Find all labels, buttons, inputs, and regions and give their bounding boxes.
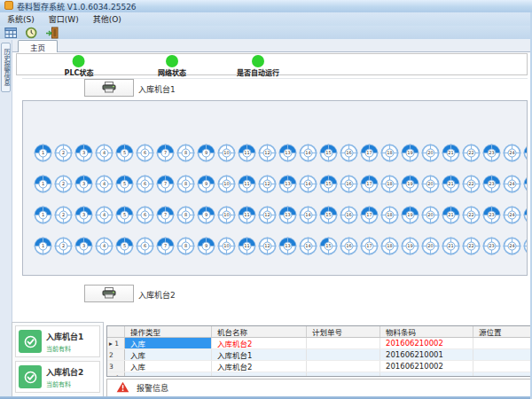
clock-icon[interactable] [23,26,40,39]
coil-slot-19: 19 [401,237,419,255]
column-header[interactable]: 计划单号 [307,326,380,337]
svg-text:12: 12 [264,243,270,248]
table-cell[interactable] [473,349,532,360]
svg-text:12: 12 [264,150,270,155]
coil-slot-16: 16 [340,206,358,224]
coil-slot-7: 7 [156,237,175,255]
table-cell[interactable] [380,372,473,377]
row-selector[interactable]: ▸ 1 [107,338,125,348]
table-row[interactable]: ▸ 4 [107,372,532,377]
column-header[interactable]: 物料条码 [380,326,473,337]
table-row[interactable]: 2入库入库机台1201606210001 [107,349,532,361]
table-row[interactable]: 3入库入库机台2201606210002 [107,361,532,372]
svg-text:21: 21 [448,181,453,186]
menu-other[interactable]: 其他(O) [86,12,129,26]
machine2-group-label: 入库机台2 [138,289,176,301]
schedule-table-icon[interactable] [3,26,20,39]
toolbar [0,26,532,40]
coil-slot-10: 10 [217,237,236,255]
coil-slot-11: 11 [238,237,256,255]
table-cell[interactable]: 入库 [125,361,212,372]
coil-slot-22: 22 [462,237,481,255]
menu-system[interactable]: 系统(S) [0,12,42,26]
exit-door-icon[interactable] [43,26,60,39]
machine1-status-card[interactable]: 入库机台1 当前有料 [15,325,100,357]
coil-slot-13: 13 [278,144,297,162]
row-selector[interactable]: 3 [107,361,125,372]
machine1-slot-panel: 1 2 3 4 5 6 7 [22,100,528,276]
table-cell[interactable]: 201606210002 [380,361,473,372]
table-cell[interactable] [307,338,380,348]
machine1-group-label: 入库机台1 [138,83,176,95]
svg-text:8: 8 [184,150,187,155]
coil-slot-15: 15 [319,237,338,255]
svg-text:23: 23 [489,181,494,186]
svg-text:15: 15 [325,212,331,217]
table-cell[interactable] [307,372,380,377]
coil-slot-1: 1 [34,237,52,255]
slot-row: 1 2 3 4 5 6 7 [34,144,528,162]
svg-text:22: 22 [468,181,473,186]
table-cell[interactable] [125,372,212,377]
table-cell[interactable]: 入库机台2 [212,361,307,372]
table-cell[interactable] [307,349,380,360]
coil-slot-16: 16 [340,175,358,193]
coil-slot-15: 15 [319,206,338,224]
alarm-bar[interactable]: 报警信息 [106,379,532,397]
table-cell[interactable]: 入库机台1 [212,349,307,360]
coil-slot-23: 23 [482,144,501,162]
row-selector[interactable]: ▸ 4 [107,372,125,377]
svg-text:1: 1 [42,150,44,155]
side-dock-tab[interactable]: 历史报警信息 [1,43,11,92]
table-cell[interactable]: 201606210001 [380,349,473,360]
side-dock-tab-label: 历史报警信息 [3,49,9,86]
column-header[interactable]: 机台名称 [212,326,307,337]
row-selector[interactable]: 2 [107,349,125,360]
status-panel: PLC状态 网络状态 是否自动运行 [16,53,528,75]
print-machine1-button[interactable] [84,79,134,97]
svg-text:1: 1 [42,243,44,248]
table-cell[interactable] [307,361,380,372]
svg-text:19: 19 [407,243,412,248]
menu-bar: 系统(S) 窗口(W) 其他(O) [0,12,532,26]
column-header[interactable]: 源位置 [473,326,532,337]
window-title: 卷料暂存系统 V1.0.6034.25526 [17,1,137,12]
table-cell[interactable] [473,372,532,377]
print-machine2-button[interactable] [84,285,134,302]
table-cell[interactable]: 入库机台2 [212,338,307,348]
svg-text:12: 12 [264,212,270,217]
column-header[interactable]: 操作类型 [125,326,212,337]
table-cell[interactable] [473,338,532,348]
table-cell[interactable] [473,361,532,372]
title-bar[interactable]: 卷料暂存系统 V1.0.6034.25526 [0,0,532,12]
svg-text:10: 10 [223,150,229,155]
svg-text:22: 22 [468,243,473,248]
tab-home[interactable]: 主页 [18,40,58,52]
coil-slot-19: 19 [401,206,419,224]
auto-run-lamp [252,55,264,67]
machine2-status-card[interactable]: 入库机台2 当前有料 [15,361,100,393]
coil-slot-1: 1 [34,144,52,162]
table-cell[interactable]: 入库 [125,338,212,348]
table-row[interactable]: ▸ 1入库入库机台2201606210002 [107,338,532,349]
table-cell[interactable] [212,372,307,377]
coil-slot-4: 4 [95,175,113,193]
svg-text:16: 16 [346,181,351,186]
svg-text:19: 19 [407,181,412,186]
table-cell[interactable]: 201606210002 [380,338,473,348]
svg-text:11: 11 [244,212,249,217]
svg-text:9: 9 [205,243,207,248]
svg-text:24: 24 [509,150,514,155]
task-table: 操作类型机台名称计划单号物料条码源位置 ▸ 1入库入库机台22016062100… [106,325,532,377]
svg-text:6: 6 [144,181,146,186]
coil-slot-13: 13 [278,175,297,193]
coil-slot-17: 17 [360,237,379,255]
machine-cards-panel: 入库机台1 当前有料 入库机台2 当前有料 [12,322,104,397]
menu-window[interactable]: 窗口(W) [42,12,86,26]
table-cell[interactable]: 入库 [125,349,212,360]
coil-slot-8: 8 [176,144,195,162]
svg-text:15: 15 [325,243,331,248]
svg-text:21: 21 [448,150,453,155]
coil-slot-24: 24 [503,144,521,162]
coil-slot-25: 25 [523,175,528,193]
